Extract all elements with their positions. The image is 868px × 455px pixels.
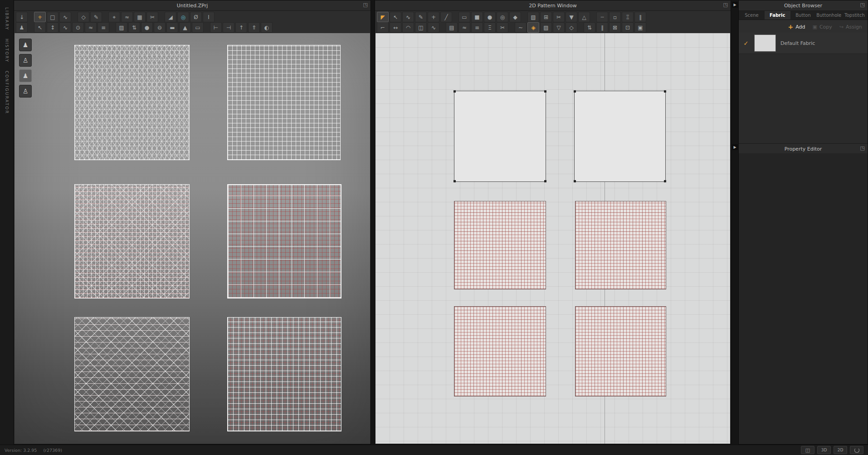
box-select-tool-button[interactable]: □	[47, 12, 59, 22]
pattern-piece-grid-middle-left[interactable]	[454, 201, 546, 289]
sew-3d-tool-button[interactable]: ≈	[121, 12, 133, 22]
internal-line-tool-button[interactable]: ┄	[596, 12, 608, 22]
history-rail-tab[interactable]: HISTORY	[5, 39, 9, 63]
align-left-tool-button[interactable]: ⊢	[210, 22, 222, 33]
scissors-tool-button[interactable]: ✂	[146, 12, 158, 22]
tack-avatar-tool-button[interactable]: ⊙	[72, 22, 84, 33]
pleats-2d-tool-button[interactable]: ∥	[634, 12, 646, 22]
2d-pattern-canvas[interactable]	[375, 33, 730, 444]
topstitch-tab[interactable]: Topstitch	[842, 11, 868, 20]
grading-tool-button[interactable]: △	[578, 12, 590, 22]
lasso-select-tool-button[interactable]: ∿	[59, 12, 71, 22]
symmetry-paste-tool-button[interactable]: ◈	[527, 22, 539, 33]
pan-2d-tool-button[interactable]: ↔	[390, 22, 401, 33]
select-plane-tool-button[interactable]: ↖	[34, 22, 46, 33]
pen-3d-tool-button[interactable]: ✎	[90, 12, 102, 22]
pattern-piece-plain-right[interactable]	[574, 91, 666, 182]
steam-brush-tool-button[interactable]: ◎	[177, 12, 189, 22]
baseline-2d-tool-button[interactable]: ∥	[596, 22, 608, 33]
measure-3d-tool-button[interactable]: Ø	[190, 12, 202, 22]
pattern-piece-grid-bottom-right[interactable]	[575, 306, 666, 396]
pen-2d-tool-button[interactable]: ╱	[440, 12, 452, 22]
arrange-lift-tool-button[interactable]: ⇑	[248, 22, 260, 33]
buttonhole-place-tool-button[interactable]: ⊖	[154, 22, 166, 33]
pattern-piece-plain-left[interactable]	[454, 91, 546, 182]
align-right-tool-button[interactable]: ⊣	[223, 22, 234, 33]
assign-fabric-button[interactable]: ↪ Assign	[839, 24, 862, 30]
avatar-show-tool-button[interactable]: ♟	[16, 22, 28, 33]
garment-display-toggle-button[interactable]: ♟	[19, 69, 32, 82]
dart-tool-button[interactable]: ◆	[509, 12, 521, 22]
transform-pattern-tool-button[interactable]: ◤	[377, 12, 389, 22]
garment-mesh-red-grid[interactable]	[227, 184, 341, 298]
dart-2d-tool-button[interactable]: ◇	[566, 22, 577, 33]
flatten-arrange-tool-button[interactable]: ▭	[192, 22, 204, 33]
arrange-up-tool-button[interactable]: ↑	[235, 22, 247, 33]
add-point-tool-button[interactable]: +	[428, 12, 439, 22]
select-move-tool-button[interactable]: +	[34, 12, 46, 22]
2d-view-button[interactable]: 2D	[834, 446, 847, 454]
zipper-2d-tool-button[interactable]: ⇅	[584, 22, 595, 33]
garment-mesh-diagonal[interactable]	[74, 317, 190, 431]
popout-icon[interactable]: ◳	[860, 2, 865, 8]
cut-sew-tool-button[interactable]: ✂	[553, 12, 565, 22]
pattern-point[interactable]	[664, 180, 666, 182]
edit-curve-point-tool-button[interactable]: ✎	[415, 12, 427, 22]
avatar-pose-toggle-button[interactable]: ♙	[19, 54, 32, 67]
pattern-point[interactable]	[574, 90, 576, 93]
garment-mesh-quad[interactable]	[227, 45, 341, 160]
rectangle-pattern-tool-button[interactable]: ■	[471, 12, 483, 22]
trace-tool-button[interactable]: ▧	[527, 12, 539, 22]
pattern-mesh-tool-button[interactable]: ▦	[134, 12, 146, 22]
button-place-tool-button[interactable]: ●	[141, 22, 153, 33]
shirring-2d-tool-button[interactable]: ▨	[540, 22, 552, 33]
spray-tool-button[interactable]: ▲	[179, 22, 191, 33]
fullness-tool-button[interactable]: ▽	[553, 22, 565, 33]
stitch-lines-tool-button[interactable]: Ξ	[622, 12, 634, 22]
polygon-pattern-tool-button[interactable]: ▭	[458, 12, 470, 22]
layer-clone-tool-button[interactable]: ▤	[446, 22, 458, 33]
rotate-2d-tool-button[interactable]: ◠	[402, 22, 414, 33]
pattern-point[interactable]	[454, 180, 456, 182]
circle-pattern-tool-button[interactable]: ●	[484, 12, 496, 22]
garment-mesh-stitch-pattern[interactable]	[74, 184, 190, 298]
unfold-tool-button[interactable]: ⌐	[377, 22, 389, 33]
pattern-point[interactable]	[574, 180, 576, 182]
garment-mesh-fine-grid[interactable]	[227, 317, 341, 431]
pin-tool-button[interactable]: ⌖	[108, 12, 120, 22]
fabric-tab[interactable]: Fabric	[765, 11, 790, 20]
sew-free-tool-button[interactable]: ≈	[85, 22, 97, 33]
edit-sew-2d-tool-button[interactable]: ✂	[497, 22, 508, 33]
fabric-swatch[interactable]	[754, 34, 776, 52]
flip-2d-tool-button[interactable]: ◫	[415, 22, 427, 33]
internal-rect-tool-button[interactable]: ▫	[609, 12, 621, 22]
sew-segment-2d-tool-button[interactable]: ≡	[471, 22, 483, 33]
buttonhole-tab[interactable]: Buttonhole	[816, 11, 842, 20]
pin-drag-tool-button[interactable]: ↕	[47, 22, 59, 33]
avatar-display-toggle-button[interactable]: ♟	[19, 39, 32, 51]
pull-down-tool-button[interactable]: ↓	[16, 12, 28, 22]
sew-free-2d-tool-button[interactable]: ≈	[458, 22, 470, 33]
configurator-rail-tab[interactable]: CONFIGURATOR	[5, 71, 9, 114]
copy-fabric-button[interactable]: ▣ Copy	[812, 24, 832, 30]
gizmo-transform-tool-button[interactable]: ◇	[78, 12, 89, 22]
pattern-point[interactable]	[454, 90, 456, 93]
ellipse-pattern-tool-button[interactable]: ◎	[497, 12, 508, 22]
zipper-tool-button[interactable]: ⇅	[128, 22, 140, 33]
pattern-point[interactable]	[544, 90, 546, 93]
pleat-sew-tool-button[interactable]: ▨	[116, 22, 127, 33]
refresh-button[interactable]	[850, 446, 863, 454]
collapse-property-editor-icon[interactable]: ▶	[732, 144, 738, 150]
grade-2d-tool-button[interactable]: ⊠	[609, 22, 621, 33]
notch-tool-button[interactable]: ▼	[566, 12, 577, 22]
walk-2d-tool-button[interactable]: ∿	[428, 22, 439, 33]
smooth-drag-tool-button[interactable]: ∿	[59, 22, 71, 33]
seam-allowance-tool-button[interactable]: ⊞	[540, 12, 552, 22]
edit-pattern-tool-button[interactable]: ↖	[390, 12, 401, 22]
texture-2d-tool-button[interactable]: ⊡	[622, 22, 634, 33]
split-view-button[interactable]: ◫	[801, 446, 814, 454]
pattern-piece-grid-bottom-left[interactable]	[454, 306, 546, 396]
fold-arrange-tool-button[interactable]: ◢	[165, 12, 176, 22]
pattern-point[interactable]	[544, 180, 546, 182]
pattern-point[interactable]	[664, 90, 666, 93]
